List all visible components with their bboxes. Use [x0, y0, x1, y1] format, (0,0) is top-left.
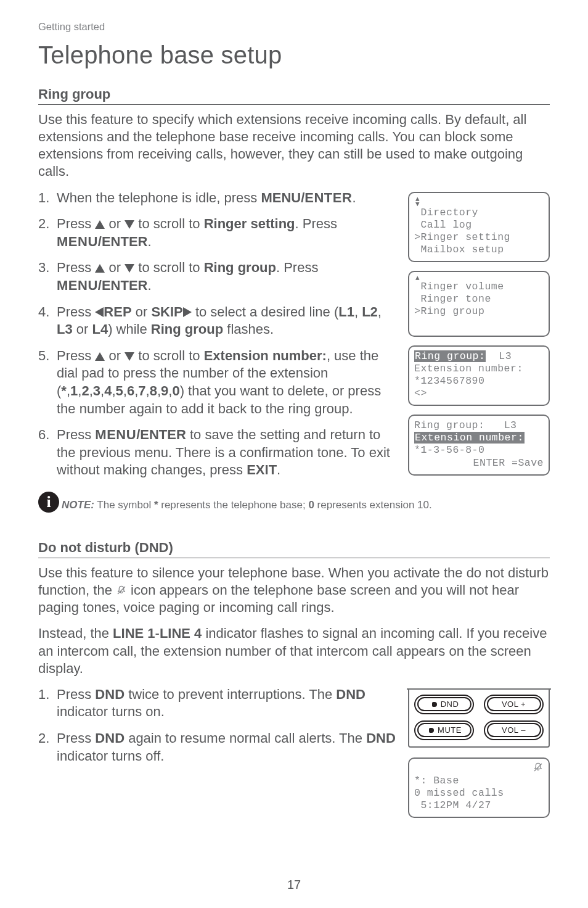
- dnd-label: DND: [336, 687, 365, 702]
- lcd-cursor: Ring group:: [414, 350, 486, 362]
- lcd-screen-dnd: *: Base 0 missed calls 5:12PM 4/27: [408, 757, 550, 819]
- text: Instead, the: [38, 625, 113, 641]
- lcd-line: Extension number:: [414, 363, 523, 374]
- step-5: Press or to scroll to Extension number:,…: [38, 347, 397, 418]
- dnd-label: DND: [95, 730, 125, 746]
- lcd-line: Call log: [414, 219, 472, 231]
- key-4: 4: [104, 383, 112, 398]
- key-8: 8: [150, 383, 157, 398]
- text: ) while: [108, 321, 151, 337]
- lcd-line: ENTER =Save: [414, 457, 544, 469]
- text: Press: [57, 687, 95, 702]
- text: twice to prevent interruptions. The: [125, 687, 336, 702]
- text: .: [147, 234, 151, 249]
- dnd-paragraph-1: Use this feature to silence your telepho…: [38, 564, 550, 616]
- button-label: VOL –: [502, 725, 526, 735]
- text: indicator turns off.: [57, 748, 164, 764]
- section-heading-ring-group: Ring group: [38, 86, 550, 105]
- enter-label: ENTER: [304, 190, 352, 205]
- right-arrow-icon: [183, 307, 192, 317]
- lcd-screen-ring-group-save: Ring group: L3 Extension number: *1-3-56…: [408, 415, 550, 476]
- lcd-line: *1234567890: [414, 375, 484, 387]
- lcd-screen-menu: ▲▼ Directory Call log >Ringer setting Ma…: [408, 192, 550, 263]
- lcd-line: <>: [414, 387, 427, 399]
- text: or: [73, 321, 92, 337]
- key-5: 5: [116, 383, 123, 398]
- text: . Press: [276, 260, 318, 275]
- key-1: 1: [70, 383, 78, 398]
- text: .: [147, 278, 151, 293]
- text: ,: [378, 304, 382, 320]
- l4-label: L4: [92, 321, 108, 337]
- dnd-button[interactable]: DND: [414, 695, 474, 714]
- rep-label: REP: [104, 304, 131, 320]
- dnd-paragraph-2: Instead, the LINE 1-LINE 4 indicator fla…: [38, 625, 550, 677]
- dnd-step-2: Press DND again to resume normal call al…: [38, 730, 397, 765]
- ring-group-steps: When the telephone is idle, press MENU/E…: [38, 189, 397, 479]
- menu-label: MENU: [95, 427, 136, 442]
- vol-down-button[interactable]: VOL –: [484, 720, 544, 740]
- star-symbol: *: [154, 499, 158, 511]
- section-heading-dnd: Do not disturb (DND): [38, 540, 550, 558]
- menu-label: MENU: [57, 234, 98, 249]
- step-2: Press or to scroll to Ringer setting. Pr…: [38, 215, 397, 250]
- text: . Press: [295, 216, 337, 231]
- indicator-led-icon: [432, 702, 437, 707]
- l1-label: L1: [338, 304, 354, 320]
- left-arrow-icon: [95, 307, 104, 317]
- l3-label: L3: [57, 321, 73, 337]
- bell-icon: [533, 762, 544, 773]
- info-icon: i: [38, 492, 59, 513]
- text: ,: [354, 304, 362, 320]
- mute-button[interactable]: MUTE: [414, 720, 474, 740]
- step-6: Press MENU/ENTER to save the setting and…: [38, 426, 397, 479]
- indicator-led-icon: [429, 728, 434, 733]
- ring-group-intro: Use this feature to specify which extens…: [38, 111, 550, 181]
- key-star: *: [61, 383, 67, 398]
- lcd-line: >Ring group: [414, 305, 484, 317]
- button-label: MUTE: [438, 725, 462, 735]
- text: .: [352, 190, 356, 205]
- up-arrow-icon: [95, 264, 105, 273]
- key-7: 7: [138, 383, 145, 398]
- text: or: [132, 304, 152, 320]
- scroll-indicator-icon: ▲: [415, 276, 544, 281]
- l2-label: L2: [362, 304, 378, 320]
- dnd-step-1: Press DND twice to prevent interruptions…: [38, 686, 397, 721]
- step-3: Press or to scroll to Ring group. Press …: [38, 259, 397, 294]
- bell-icon: [116, 583, 127, 594]
- enter-label: /ENTER: [136, 427, 186, 442]
- key-9: 9: [161, 383, 168, 398]
- down-arrow-icon: [125, 220, 134, 229]
- line1-label: LINE 1: [113, 625, 155, 641]
- lcd-line: >Ringer setting: [414, 231, 510, 243]
- text: to scroll to: [134, 348, 203, 363]
- ring-group-label: Ring group: [204, 260, 276, 275]
- note-lead: NOTE:: [62, 499, 94, 511]
- vol-up-button[interactable]: VOL +: [484, 695, 544, 714]
- ring-group-label: Ring group: [151, 321, 223, 337]
- line4-label: LINE 4: [160, 625, 202, 641]
- text: -: [155, 625, 160, 641]
- text: or: [105, 216, 125, 231]
- lcd-line: 5:12PM 4/27: [414, 799, 491, 811]
- dnd-label: DND: [95, 687, 125, 702]
- up-arrow-icon: [95, 220, 105, 229]
- text: .: [277, 462, 280, 477]
- up-arrow-icon: [95, 352, 105, 361]
- lcd-line: *1-3-56-8-0: [414, 444, 484, 456]
- lcd-line: Directory: [414, 207, 478, 218]
- lcd-text: L3: [484, 419, 517, 431]
- lcd-cursor: Extension number:: [414, 432, 525, 444]
- button-label: DND: [441, 700, 459, 709]
- text: indicator turns on.: [57, 704, 165, 719]
- dnd-steps: Press DND twice to prevent interruptions…: [38, 686, 397, 765]
- note: i NOTE: The symbol * represents the tele…: [38, 492, 550, 513]
- text: represents extension 10.: [314, 499, 432, 511]
- text: When the telephone is idle, press: [57, 190, 261, 205]
- text: represents the telephone base;: [158, 499, 309, 511]
- menu-label: MENU/: [261, 190, 304, 205]
- down-arrow-icon: [125, 352, 134, 361]
- text: Press: [57, 260, 95, 275]
- text: flashes.: [223, 321, 274, 337]
